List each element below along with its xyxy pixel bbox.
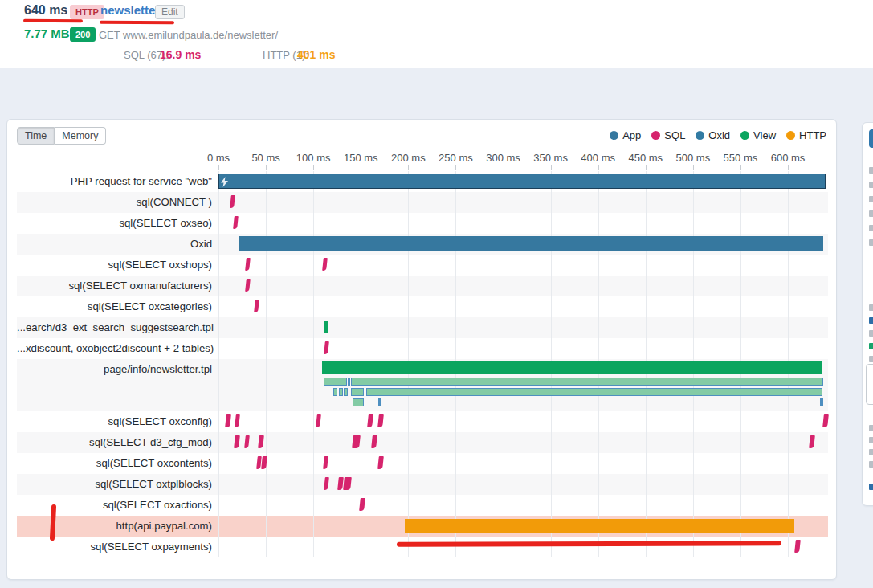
timeline-bar-view-sub[interactable] <box>366 388 822 396</box>
clipped-text-fragment <box>869 461 873 468</box>
axis-tick-label: 200 ms <box>391 152 426 164</box>
axis-tick-mark <box>551 165 552 170</box>
axis-tick-label: 350 ms <box>533 152 568 164</box>
timeline-bar-sql[interactable] <box>254 300 259 312</box>
axis-tick-label: 250 ms <box>439 152 473 164</box>
axis-tick-mark <box>313 165 314 170</box>
timeline-bar-view[interactable] <box>322 361 822 374</box>
axis-tick-mark <box>504 165 504 170</box>
legend-item-oxid: Oxid <box>696 129 730 141</box>
oxid-color-dot <box>696 131 704 140</box>
timeline-bar-view-sub[interactable] <box>348 378 351 386</box>
timeline-bar-sql[interactable] <box>262 456 268 469</box>
axis-tick-label: 400 ms <box>581 152 615 164</box>
clipped-text-fragment <box>869 196 873 202</box>
timeline-bar-sql[interactable] <box>795 540 802 553</box>
legend: App SQL Oxid View HTTP <box>610 129 826 141</box>
timeline-bar-sql[interactable] <box>352 435 361 448</box>
method-badge: HTTP <box>70 5 104 19</box>
clipped-text-fragment <box>869 425 873 431</box>
timeline-bar-sql[interactable] <box>324 477 330 490</box>
sql-color-dot <box>651 131 660 140</box>
legend-item-http: HTTP <box>786 129 826 141</box>
timeline-bar-view-sub[interactable] <box>333 388 337 396</box>
timeline-bar-sql[interactable] <box>367 414 373 427</box>
sql-stat-value: 16.9 ms <box>160 48 201 61</box>
http-color-dot <box>786 131 795 140</box>
timeline-bar-view-sub[interactable] <box>353 398 364 406</box>
axis-tick-mark <box>361 165 361 170</box>
timeline-bar-sql[interactable] <box>323 456 328 469</box>
request-header: 640 ms HTTP newsletter Edit 7.77 MB 200 … <box>0 0 873 68</box>
side-panel-divider <box>867 272 873 272</box>
timeline-bar-blue[interactable] <box>820 398 823 406</box>
clipped-text-fragment <box>869 449 873 455</box>
timeline-rows: PHP request for service "web"sql(CONNECT… <box>17 171 828 557</box>
clipped-text-fragment <box>869 167 873 174</box>
timeline-bar-sql[interactable] <box>230 195 236 208</box>
timeline-bar-sql[interactable] <box>324 341 330 354</box>
legend-item-app: App <box>610 129 641 141</box>
timeline-bar-app[interactable] <box>218 174 826 189</box>
time-toggle-button[interactable]: Time <box>17 127 55 145</box>
timeline-bar-view-sub[interactable] <box>324 378 346 386</box>
timeline-bar-sql[interactable] <box>316 414 321 427</box>
timeline-bar-sql[interactable] <box>245 279 251 292</box>
lightning-icon <box>221 177 228 187</box>
timeline-bar-sql[interactable] <box>226 414 232 427</box>
timeline-bar-sql[interactable] <box>234 435 240 448</box>
timeline-bar-sql[interactable] <box>377 456 384 469</box>
timeline-bar-sql[interactable] <box>377 414 384 427</box>
axis-tick-mark <box>408 165 409 170</box>
request-duration: 640 ms <box>24 3 67 18</box>
timeline-bar-view-sub[interactable] <box>351 378 822 386</box>
clipped-text-fragment <box>869 343 873 349</box>
clipped-text-fragment <box>869 437 873 443</box>
timeline-bar-sql[interactable] <box>235 414 240 427</box>
transaction-link[interactable]: newsletter <box>100 3 160 17</box>
side-panel-link-fragment[interactable] <box>869 484 873 490</box>
timeline-bar-sql[interactable] <box>359 498 365 511</box>
memory-toggle-button[interactable]: Memory <box>55 127 106 145</box>
clipped-text-fragment <box>869 304 873 311</box>
axis-tick-mark <box>693 165 694 170</box>
clipped-text-fragment <box>869 356 873 362</box>
axis-tick-label: 450 ms <box>628 152 663 164</box>
clipped-text-fragment <box>869 317 873 324</box>
timeline-bar-sql[interactable] <box>822 414 829 427</box>
timeline-bar-sql[interactable] <box>322 258 328 271</box>
clipped-text-fragment <box>869 225 873 231</box>
timeline-bar-view-sub[interactable] <box>344 388 348 396</box>
timeline-bar-sql[interactable] <box>809 435 815 448</box>
clipped-text-fragment <box>869 210 873 217</box>
timeline-bar-http[interactable] <box>405 519 795 533</box>
view-color-dot <box>740 131 749 140</box>
timeline-bar-sql[interactable] <box>233 216 239 229</box>
axis-tick-mark <box>266 165 267 170</box>
side-panel-clipped <box>862 122 873 506</box>
axis-tick-label: 0 ms <box>207 152 230 164</box>
timeline-bar-view-sub[interactable] <box>339 388 343 396</box>
request-url: GET www.emilundpaula.de/newsletter/ <box>99 29 278 41</box>
timeline-bar-blue[interactable] <box>378 398 382 406</box>
mode-toggle-group: Time Memory <box>17 127 106 145</box>
axis-tick-mark <box>788 165 789 170</box>
timeline-bar-sql[interactable] <box>245 258 251 271</box>
timeline-bar-view[interactable] <box>324 321 328 333</box>
clipped-text-fragment <box>869 182 873 188</box>
memory-value: 7.77 MB <box>24 27 70 40</box>
axis-tick-label: 100 ms <box>296 152 331 164</box>
axis-tick-mark <box>740 165 741 170</box>
clipped-text-fragment <box>869 239 873 246</box>
axis-tick-label: 500 ms <box>676 152 711 164</box>
axis-tick-label: 50 ms <box>251 152 279 164</box>
timeline-bar-sql[interactable] <box>258 435 264 448</box>
timeline-bar-sql[interactable] <box>244 435 250 448</box>
side-panel-button-fragment[interactable] <box>869 129 873 148</box>
timeline-bar-view-sub[interactable] <box>351 388 363 396</box>
edit-button[interactable]: Edit <box>155 5 185 19</box>
timeline-bar-app[interactable] <box>239 236 823 251</box>
timeline-bar-sql[interactable] <box>343 477 352 490</box>
timeline-bar-sql[interactable] <box>372 435 378 448</box>
axis-tick-mark <box>218 165 219 170</box>
